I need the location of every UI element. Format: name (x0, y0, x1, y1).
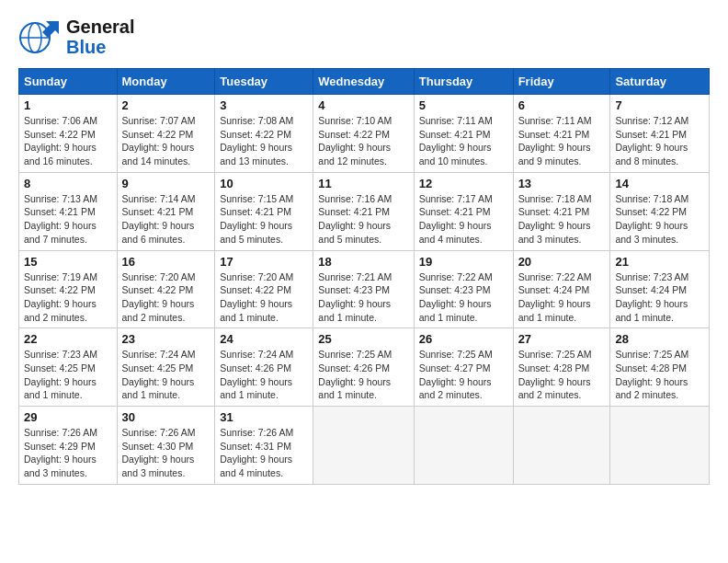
day-number: 4 (318, 98, 408, 112)
logo-text-general: General (66, 17, 134, 37)
calendar-cell: 24Sunrise: 7:24 AM Sunset: 4:26 PM Dayli… (215, 328, 313, 407)
calendar-body: 1Sunrise: 7:06 AM Sunset: 4:22 PM Daylig… (19, 95, 710, 485)
day-info: Sunrise: 7:17 AM Sunset: 4:21 PM Dayligh… (419, 192, 508, 247)
calendar-week-4: 22Sunrise: 7:23 AM Sunset: 4:25 PM Dayli… (19, 328, 710, 407)
calendar-cell: 17Sunrise: 7:20 AM Sunset: 4:22 PM Dayli… (215, 250, 313, 328)
day-info: Sunrise: 7:23 AM Sunset: 4:25 PM Dayligh… (24, 348, 112, 402)
header: General Blue (18, 17, 710, 57)
day-info: Sunrise: 7:26 AM Sunset: 4:29 PM Dayligh… (24, 426, 112, 480)
calendar-cell: 18Sunrise: 7:21 AM Sunset: 4:23 PM Dayli… (313, 250, 414, 328)
weekday-thursday: Thursday (414, 69, 513, 95)
day-number: 30 (122, 410, 210, 424)
calendar-week-3: 15Sunrise: 7:19 AM Sunset: 4:22 PM Dayli… (19, 250, 710, 328)
page: General Blue SundayMondayTuesdayWednesda… (0, 0, 728, 494)
calendar-cell: 25Sunrise: 7:25 AM Sunset: 4:26 PM Dayli… (313, 328, 414, 407)
day-number: 24 (220, 332, 308, 346)
day-info: Sunrise: 7:07 AM Sunset: 4:22 PM Dayligh… (122, 114, 210, 168)
day-info: Sunrise: 7:21 AM Sunset: 4:23 PM Dayligh… (318, 270, 408, 325)
calendar-cell: 7Sunrise: 7:12 AM Sunset: 4:21 PM Daylig… (610, 95, 710, 173)
calendar-cell: 13Sunrise: 7:18 AM Sunset: 4:21 PM Dayli… (513, 172, 610, 250)
day-number: 6 (518, 98, 606, 112)
calendar-cell: 9Sunrise: 7:14 AM Sunset: 4:21 PM Daylig… (117, 172, 215, 250)
day-number: 11 (318, 177, 408, 190)
calendar-cell (513, 407, 610, 485)
day-info: Sunrise: 7:24 AM Sunset: 4:25 PM Dayligh… (122, 348, 210, 402)
day-number: 22 (24, 332, 112, 346)
day-number: 18 (318, 255, 408, 269)
day-info: Sunrise: 7:10 AM Sunset: 4:22 PM Dayligh… (318, 114, 408, 168)
day-number: 19 (419, 255, 508, 269)
calendar-cell: 3Sunrise: 7:08 AM Sunset: 4:22 PM Daylig… (215, 95, 313, 173)
logo-icon (18, 19, 59, 54)
calendar-cell (610, 407, 710, 485)
day-number: 16 (122, 255, 210, 269)
day-number: 7 (615, 98, 704, 112)
day-number: 5 (419, 98, 508, 112)
svg-marker-3 (42, 21, 59, 38)
calendar-week-1: 1Sunrise: 7:06 AM Sunset: 4:22 PM Daylig… (19, 95, 710, 173)
day-info: Sunrise: 7:14 AM Sunset: 4:21 PM Dayligh… (122, 192, 210, 247)
calendar-cell: 14Sunrise: 7:18 AM Sunset: 4:22 PM Dayli… (610, 172, 710, 250)
day-info: Sunrise: 7:25 AM Sunset: 4:28 PM Dayligh… (615, 348, 704, 402)
calendar-cell: 22Sunrise: 7:23 AM Sunset: 4:25 PM Dayli… (19, 328, 118, 407)
day-number: 21 (615, 255, 704, 269)
day-info: Sunrise: 7:06 AM Sunset: 4:22 PM Dayligh… (24, 114, 112, 168)
day-info: Sunrise: 7:22 AM Sunset: 4:23 PM Dayligh… (419, 270, 508, 325)
calendar-table: SundayMondayTuesdayWednesdayThursdayFrid… (18, 68, 710, 485)
calendar-cell: 20Sunrise: 7:22 AM Sunset: 4:24 PM Dayli… (513, 250, 610, 328)
day-number: 9 (122, 177, 210, 190)
day-info: Sunrise: 7:24 AM Sunset: 4:26 PM Dayligh… (220, 348, 308, 402)
logo-text-blue: Blue (66, 37, 134, 57)
calendar-cell: 10Sunrise: 7:15 AM Sunset: 4:21 PM Dayli… (215, 172, 313, 250)
day-info: Sunrise: 7:15 AM Sunset: 4:21 PM Dayligh… (220, 192, 308, 247)
calendar-cell: 11Sunrise: 7:16 AM Sunset: 4:21 PM Dayli… (313, 172, 414, 250)
calendar-cell: 1Sunrise: 7:06 AM Sunset: 4:22 PM Daylig… (19, 95, 118, 173)
day-info: Sunrise: 7:23 AM Sunset: 4:24 PM Dayligh… (615, 270, 704, 325)
weekday-sunday: Sunday (19, 69, 118, 95)
day-number: 27 (518, 332, 606, 346)
day-info: Sunrise: 7:18 AM Sunset: 4:22 PM Dayligh… (615, 192, 704, 247)
day-info: Sunrise: 7:26 AM Sunset: 4:30 PM Dayligh… (122, 426, 210, 480)
day-info: Sunrise: 7:26 AM Sunset: 4:31 PM Dayligh… (220, 426, 308, 480)
calendar-cell: 8Sunrise: 7:13 AM Sunset: 4:21 PM Daylig… (19, 172, 118, 250)
day-info: Sunrise: 7:11 AM Sunset: 4:21 PM Dayligh… (518, 114, 606, 168)
day-number: 2 (122, 98, 210, 112)
day-info: Sunrise: 7:13 AM Sunset: 4:21 PM Dayligh… (24, 192, 112, 247)
day-number: 31 (220, 410, 308, 424)
calendar-cell: 5Sunrise: 7:11 AM Sunset: 4:21 PM Daylig… (414, 95, 513, 173)
day-info: Sunrise: 7:25 AM Sunset: 4:28 PM Dayligh… (518, 348, 606, 402)
day-info: Sunrise: 7:20 AM Sunset: 4:22 PM Dayligh… (122, 270, 210, 325)
day-number: 28 (615, 332, 704, 346)
day-number: 8 (24, 177, 112, 190)
weekday-wednesday: Wednesday (313, 69, 414, 95)
calendar-cell: 15Sunrise: 7:19 AM Sunset: 4:22 PM Dayli… (19, 250, 118, 328)
day-info: Sunrise: 7:18 AM Sunset: 4:21 PM Dayligh… (518, 192, 606, 247)
day-number: 3 (220, 98, 308, 112)
calendar-cell: 2Sunrise: 7:07 AM Sunset: 4:22 PM Daylig… (117, 95, 215, 173)
calendar-cell: 4Sunrise: 7:10 AM Sunset: 4:22 PM Daylig… (313, 95, 414, 173)
day-number: 12 (419, 177, 508, 190)
weekday-monday: Monday (117, 69, 215, 95)
day-number: 23 (122, 332, 210, 346)
day-info: Sunrise: 7:25 AM Sunset: 4:27 PM Dayligh… (419, 348, 508, 402)
day-info: Sunrise: 7:11 AM Sunset: 4:21 PM Dayligh… (419, 114, 508, 168)
calendar-cell: 12Sunrise: 7:17 AM Sunset: 4:21 PM Dayli… (414, 172, 513, 250)
calendar-cell: 30Sunrise: 7:26 AM Sunset: 4:30 PM Dayli… (117, 407, 215, 485)
day-number: 13 (518, 177, 606, 190)
calendar-cell: 28Sunrise: 7:25 AM Sunset: 4:28 PM Dayli… (610, 328, 710, 407)
calendar-cell: 26Sunrise: 7:25 AM Sunset: 4:27 PM Dayli… (414, 328, 513, 407)
day-number: 26 (419, 332, 508, 346)
calendar-cell: 31Sunrise: 7:26 AM Sunset: 4:31 PM Dayli… (215, 407, 313, 485)
weekday-tuesday: Tuesday (215, 69, 313, 95)
day-number: 20 (518, 255, 606, 269)
day-number: 10 (220, 177, 308, 190)
calendar-cell: 23Sunrise: 7:24 AM Sunset: 4:25 PM Dayli… (117, 328, 215, 407)
calendar-cell (313, 407, 414, 485)
calendar-header: SundayMondayTuesdayWednesdayThursdayFrid… (19, 69, 710, 95)
weekday-friday: Friday (513, 69, 610, 95)
calendar-week-2: 8Sunrise: 7:13 AM Sunset: 4:21 PM Daylig… (19, 172, 710, 250)
day-info: Sunrise: 7:25 AM Sunset: 4:26 PM Dayligh… (318, 348, 408, 402)
day-info: Sunrise: 7:19 AM Sunset: 4:22 PM Dayligh… (24, 270, 112, 325)
day-info: Sunrise: 7:08 AM Sunset: 4:22 PM Dayligh… (220, 114, 308, 168)
day-info: Sunrise: 7:20 AM Sunset: 4:22 PM Dayligh… (220, 270, 308, 325)
